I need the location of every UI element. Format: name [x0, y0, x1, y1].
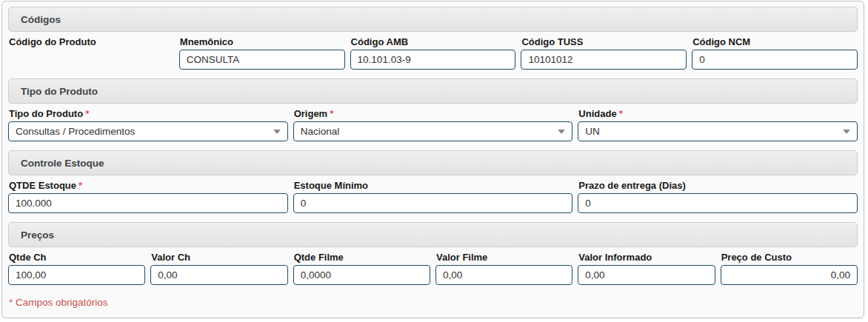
tipo-produto-row: Tipo do Produto* Consultas / Procediment… — [8, 104, 858, 144]
codigo-ncm-input[interactable] — [692, 50, 858, 70]
field-codigo-amb: Código AMB — [350, 36, 516, 70]
field-valor-ch: Valor Ch — [150, 251, 287, 285]
estoque-minimo-input[interactable] — [293, 193, 573, 213]
estoque-minimo-label: Estoque Mínimo — [294, 180, 573, 191]
qtde-ch-input[interactable] — [8, 265, 145, 285]
required-marker: * — [79, 180, 82, 191]
unidade-label: Unidade* — [578, 108, 858, 119]
qtde-filme-label: Qtde Filme — [294, 252, 430, 263]
section-title: Controle Estoque — [21, 158, 104, 169]
section-codigos: Códigos Código do Produto Mnemônico Códi… — [8, 7, 858, 72]
codigos-row: Código do Produto Mnemônico Código AMB C… — [8, 32, 858, 72]
field-codigo-ncm: Código NCM — [692, 36, 858, 70]
field-preco-custo: Preço de Custo — [721, 251, 858, 285]
tipo-produto-label: Tipo do Produto* — [9, 108, 288, 119]
field-valor-informado: Valor Informado — [578, 251, 715, 285]
valor-informado-input[interactable] — [578, 265, 715, 285]
origem-select[interactable]: Nacional — [293, 121, 573, 141]
field-mnemonico: Mnemônico — [179, 36, 345, 70]
section-tipo-produto: Tipo do Produto Tipo do Produto* Consult… — [8, 78, 858, 144]
codigo-amb-input[interactable] — [350, 50, 516, 70]
chevron-down-icon — [843, 130, 850, 134]
section-title: Preços — [21, 229, 54, 241]
unidade-select[interactable]: UN — [578, 121, 858, 141]
qtde-ch-label: Qtde Ch — [9, 252, 145, 263]
prazo-entrega-input[interactable] — [578, 193, 858, 213]
field-prazo-entrega: Prazo de entrega (Dias) — [578, 179, 858, 213]
preco-custo-input[interactable] — [721, 265, 858, 285]
section-header-precos: Preços — [8, 222, 858, 247]
chevron-down-icon — [558, 130, 565, 134]
preco-custo-label: Preço de Custo — [721, 252, 858, 263]
selected-value: Nacional — [301, 126, 340, 137]
section-header-tipo-produto: Tipo do Produto — [8, 78, 858, 104]
field-qtde-estoque: QTDE Estoque* — [8, 179, 288, 213]
field-origem: Origem* Nacional — [293, 107, 573, 141]
codigo-produto-label: Código do Produto — [9, 36, 174, 47]
valor-filme-label: Valor Filme — [436, 252, 572, 263]
codigo-amb-label: Código AMB — [351, 36, 516, 47]
prazo-entrega-label: Prazo de entrega (Dias) — [578, 180, 858, 191]
valor-informado-label: Valor Informado — [578, 252, 715, 263]
precos-row: Qtde Ch Valor Ch Qtde Filme Valor Filme … — [8, 247, 858, 287]
mnemonico-input[interactable] — [179, 50, 345, 70]
required-marker: * — [85, 108, 89, 119]
valor-ch-input[interactable] — [150, 265, 287, 285]
section-title: Códigos — [21, 14, 61, 25]
tipo-produto-select[interactable]: Consultas / Procedimentos — [8, 121, 288, 141]
codigo-ncm-label: Código NCM — [692, 36, 858, 47]
field-qtde-ch: Qtde Ch — [8, 251, 145, 285]
required-marker: * — [330, 108, 333, 119]
origem-label: Origem* — [294, 108, 573, 119]
chevron-down-icon — [273, 130, 281, 134]
field-unidade: Unidade* UN — [578, 107, 858, 141]
field-codigo-tuss: Código TUSS — [521, 36, 687, 70]
controle-estoque-row: QTDE Estoque* Estoque Mínimo Prazo de en… — [8, 175, 858, 215]
qtde-estoque-input[interactable] — [8, 193, 288, 213]
field-codigo-produto: Código do Produto — [8, 36, 174, 70]
qtde-estoque-label: QTDE Estoque* — [9, 180, 288, 191]
product-form-panel: Códigos Código do Produto Mnemônico Códi… — [1, 1, 864, 318]
section-precos: Preços Qtde Ch Valor Ch Qtde Filme Valor… — [8, 222, 858, 287]
qtde-filme-input[interactable] — [293, 265, 430, 285]
mnemonico-label: Mnemônico — [180, 36, 345, 47]
required-fields-note: * Campos obrigatórios — [8, 294, 858, 308]
field-valor-filme: Valor Filme — [435, 251, 572, 285]
section-controle-estoque: Controle Estoque QTDE Estoque* Estoque M… — [8, 150, 858, 215]
section-header-controle-estoque: Controle Estoque — [8, 150, 858, 175]
required-marker: * — [619, 108, 623, 119]
codigo-tuss-label: Código TUSS — [521, 36, 687, 47]
codigo-tuss-input[interactable] — [521, 50, 687, 70]
selected-value: UN — [585, 126, 600, 137]
section-title: Tipo do Produto — [21, 86, 98, 97]
section-header-codigos: Códigos — [8, 7, 858, 32]
field-estoque-minimo: Estoque Mínimo — [293, 179, 573, 213]
field-qtde-filme: Qtde Filme — [293, 251, 430, 285]
valor-filme-input[interactable] — [435, 265, 572, 285]
valor-ch-label: Valor Ch — [151, 252, 287, 263]
selected-value: Consultas / Procedimentos — [16, 126, 135, 137]
field-tipo-produto: Tipo do Produto* Consultas / Procediment… — [8, 107, 288, 141]
